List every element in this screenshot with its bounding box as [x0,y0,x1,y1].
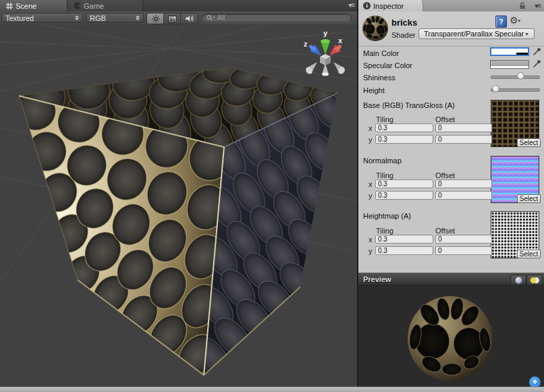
axis-y-label: y [369,192,373,200]
normalmap-select-button[interactable]: Select [517,194,541,203]
height-label: Height [363,86,385,94]
scene-lighting-toggle[interactable] [146,13,165,24]
normal-tiling-x-field[interactable] [375,179,433,188]
axis-x-label: x [369,235,373,244]
main-color-label: Main Color [363,49,399,57]
sphere-icon [515,277,522,284]
axis-y-label: y [369,136,373,144]
base-tiling-x-field[interactable] [375,123,433,132]
render-mode-dropdown[interactable]: Textured [1,13,83,23]
height-offset-y-field[interactable] [435,246,492,255]
scene-effects-toggle[interactable] [163,13,182,24]
gear-icon[interactable]: ⚙▾ [510,15,520,26]
color-channel-dropdown[interactable]: RGB [86,13,144,23]
tab-game[interactable]: Game [67,0,143,11]
heightmap-label: Heightmap (A) [363,212,411,220]
search-input[interactable] [217,14,347,22]
scene-tabbar: Scene Game ▾≡ [0,0,357,12]
two-lights-icon [530,277,540,284]
offset-header: Offset [435,171,455,179]
inspector-menu-icon[interactable]: ▾≡ [535,2,541,9]
gizmo-label-x: x [338,36,343,45]
lock-icon[interactable] [519,2,526,9]
base-texture-label: Base (RGB) TransGloss (A) [363,101,455,109]
eyedropper-icon[interactable] [533,59,541,68]
axis-x-label: x [369,180,373,188]
height-offset-x-field[interactable] [435,235,492,244]
tab-inspector-label: Inspector [373,2,404,10]
image-icon [168,16,177,22]
main-color-swatch[interactable] [490,47,529,56]
help-icon[interactable]: ? [495,16,507,28]
specular-color-swatch[interactable] [490,60,529,69]
base-tiling-y-field[interactable] [375,135,433,144]
scene-audio-toggle[interactable] [180,13,198,24]
scene-panel: Scene Game ▾≡ Textured RGB [0,0,357,387]
speaker-icon [185,15,194,22]
shader-dropdown[interactable]: Transparent/Parallax Specular ▼ [418,28,535,39]
height-slider[interactable] [491,85,540,94]
shininess-label: Shininess [363,74,396,82]
scene-toolbar: Textured RGB [0,11,357,25]
scene-grid-icon [6,3,13,9]
shininess-slider[interactable] [491,72,540,81]
material-preview-ball [400,287,501,387]
scene-viewport[interactable]: y x z [0,24,357,387]
normalmap-label: Normalmap [363,157,402,165]
material-ball-icon [362,15,389,42]
normal-offset-x-field[interactable] [435,179,492,188]
base-offset-y-field[interactable] [435,135,492,144]
shader-value: Transparent/Parallax Specular [424,30,524,38]
base-select-button[interactable]: Select [517,138,541,147]
window-bottom-bar [0,387,544,392]
add-button[interactable]: + [529,376,541,387]
preview-header[interactable]: Preview [358,273,544,285]
inspector-tabbar: i Inspector ▾≡ [358,0,544,12]
material-header: bricks Shader Transparent/Parallax Specu… [358,11,544,47]
chevron-down-icon: ▼ [524,32,529,36]
color-channel-value: RGB [90,14,106,22]
tab-game-label: Game [84,2,104,10]
base-offset-x-field[interactable] [435,123,492,132]
offset-header: Offset [435,115,455,123]
heightmap-select-button[interactable]: Select [517,250,541,258]
tab-scene-label: Scene [16,2,36,10]
alpha-bar [491,66,528,68]
sun-icon [152,15,160,23]
tab-scene[interactable]: Scene [0,0,67,11]
tab-inspector[interactable]: i Inspector [358,0,423,11]
preview-shape-button[interactable] [510,275,526,285]
info-icon: i [363,2,371,9]
axis-y-label: y [369,247,373,255]
gizmo-label-z: z [304,40,308,48]
game-icon [74,2,81,9]
updown-arrows-icon [136,16,140,20]
inspector-panel: i Inspector ▾≡ bricks Shader Transparent… [358,0,544,387]
specular-color-label: Specular Color [363,61,412,69]
scene-search-field[interactable] [202,13,352,22]
height-tiling-x-field[interactable] [375,235,433,244]
tiling-header: Tiling [376,171,393,179]
shader-label: Shader [391,31,415,39]
normal-tiling-y-field[interactable] [375,191,433,200]
search-icon [207,15,215,21]
axis-x-label: x [369,124,373,132]
preview-lighting-button[interactable] [526,275,543,285]
tiling-header: Tiling [376,115,393,123]
eyedropper-icon[interactable] [533,47,541,56]
offset-header: Offset [435,227,455,235]
preview-label: Preview [363,275,391,283]
material-preview-area[interactable]: + [358,285,544,387]
tiling-header: Tiling [376,227,393,235]
gizmo-label-y: y [323,29,328,37]
normal-offset-y-field[interactable] [435,191,492,200]
slider-thumb[interactable] [517,72,524,80]
height-tiling-y-field[interactable] [375,246,433,255]
scene-panel-menu-icon[interactable]: ▾≡ [348,1,354,9]
alpha-bar [491,53,528,55]
render-mode-value: Textured [5,14,34,22]
updown-arrows-icon [75,16,79,20]
material-name: bricks [391,18,417,28]
